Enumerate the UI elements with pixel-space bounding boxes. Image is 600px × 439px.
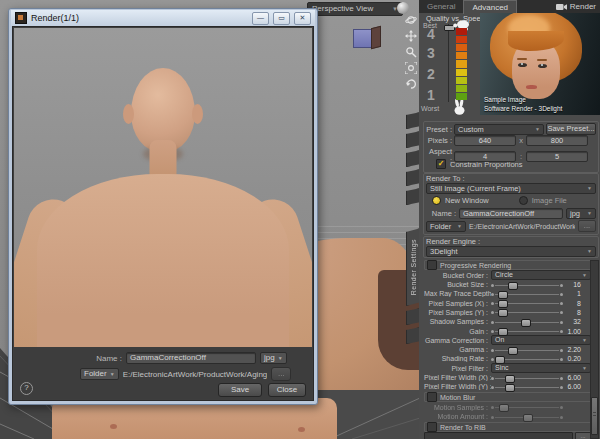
render-to-dropdown[interactable]: Still Image (Current Frame)▼	[426, 183, 596, 194]
sample-lips	[526, 85, 537, 89]
sample-caption-1: Sample Image	[484, 96, 526, 103]
close-button[interactable]: Close	[268, 383, 306, 397]
save-name-field[interactable]: GammaCorrectionOff	[126, 352, 256, 364]
pixel-samples-x-slider[interactable]	[491, 299, 563, 307]
folder-browse-button[interactable]: ...	[578, 220, 596, 232]
setting-row-shadow-samples: Shadow Samples :32	[424, 318, 591, 326]
quality-vs-speed-section: Quality vs. Speed Best 4 3 2 1 Worst	[419, 13, 600, 117]
save-folder-dropdown[interactable]: Folder▼	[80, 368, 119, 380]
quality-scale-segment	[456, 60, 467, 67]
pixels-label: Pixels :	[426, 136, 452, 145]
progressive-rendering-checkbox[interactable]	[427, 260, 437, 270]
render-to-group: Render To : Still Image (Current Frame)▼…	[423, 173, 599, 235]
setting-row-shading-rate: Shading Rate :0.20	[424, 355, 591, 363]
shadow-samples-slider[interactable]	[491, 318, 563, 326]
render-window-titlebar[interactable]: Render(1/1) — ▭ ✕	[11, 10, 315, 26]
sample-brow	[537, 59, 547, 61]
image-file-label: Image File	[532, 196, 567, 205]
new-window-radio[interactable]	[432, 196, 441, 205]
preset-dropdown[interactable]: Custom▼	[454, 124, 544, 135]
shading-rate-slider[interactable]	[491, 355, 563, 363]
quality-scale-segment	[456, 28, 467, 35]
setting-row-gain: Gain :1.00	[424, 327, 591, 335]
figure-torso	[37, 174, 289, 350]
setting-row-rib-path: ...	[424, 433, 591, 439]
folder-dropdown[interactable]: Folder▼	[426, 221, 466, 232]
render-window-icon	[15, 12, 27, 24]
output-name-field[interactable]: GammaCorrectionOff	[459, 208, 563, 219]
quality-slider-track[interactable]	[448, 24, 449, 102]
save-button[interactable]: Save	[218, 383, 262, 397]
preset-label: Preset :	[426, 125, 452, 134]
setting-row-max-ray-trace-depth: Max Ray Trace Depth :1	[424, 290, 591, 298]
save-preset-button[interactable]: Save Preset...	[546, 123, 596, 135]
render-engine-group: Render Engine : 3Delight▼	[423, 236, 599, 258]
setting-row-progressive-rendering: Progressive Rendering	[424, 260, 591, 270]
camera-selector-dropdown[interactable]: Perspective View▼	[307, 2, 403, 16]
bucket-order-dropdown[interactable]: Circle▼	[491, 270, 591, 280]
constrain-proportions-checkbox[interactable]	[436, 159, 446, 169]
quality-worst-label: Worst	[421, 105, 439, 112]
pixels-height-field[interactable]: 800	[526, 135, 588, 146]
orbit-camera-icon[interactable]	[405, 14, 417, 26]
pixels-width-field[interactable]: 640	[454, 135, 516, 146]
new-window-label: New Window	[445, 196, 489, 205]
setting-row-gamma-correction: Gamma Correction :On▼	[424, 336, 591, 344]
close-window-button[interactable]: ✕	[294, 12, 311, 25]
restore-button[interactable]: ▭	[273, 12, 290, 25]
render-button[interactable]: Render	[556, 2, 600, 11]
motion-samples-slider[interactable]	[491, 403, 563, 411]
quality-scale-segment	[456, 85, 467, 92]
tab-advanced[interactable]: Advanced	[463, 0, 517, 14]
save-folder-browse-button[interactable]: ...	[271, 367, 291, 381]
reset-camera-icon[interactable]	[405, 78, 417, 90]
panel-scrollbar[interactable]	[590, 260, 599, 439]
figure-detail	[298, 427, 305, 432]
tab-general[interactable]: General	[419, 0, 463, 13]
pixel-filter-width-y-slider[interactable]	[491, 383, 563, 391]
view-cube-front	[353, 29, 373, 48]
constrain-proportions-label: Constrain Proportions	[450, 160, 523, 169]
help-icon[interactable]: ?	[20, 382, 33, 395]
quality-scale-segment	[456, 77, 467, 84]
gamma-slider[interactable]	[491, 346, 563, 354]
zoom-camera-icon[interactable]	[405, 46, 417, 58]
camera-options-icon[interactable]	[397, 2, 409, 14]
max-ray-trace-depth-slider[interactable]	[491, 290, 563, 298]
engine-settings-rows: Progressive RenderingBucket Order :Circl…	[424, 260, 591, 439]
pixel-samples-y-slider[interactable]	[491, 308, 563, 316]
quality-level-2: 2	[423, 66, 439, 82]
rib-browse-button[interactable]: ...	[575, 432, 591, 439]
gamma-correction-dropdown[interactable]: On▼	[491, 335, 591, 345]
quality-color-scale	[456, 28, 467, 100]
folder-path: E:/ElectronicArtWork/ProductWork/Aging	[469, 223, 575, 230]
rendered-image	[14, 28, 312, 350]
scrollbar-thumb[interactable]	[591, 397, 598, 435]
sample-caption-2: Software Render - 3Delight	[484, 105, 562, 112]
motion-blur-checkbox[interactable]	[427, 392, 437, 402]
view-cube-gizmo[interactable]	[353, 27, 379, 48]
motion-amount-slider[interactable]	[491, 413, 563, 421]
setting-row-pixel-filter: Pixel Filter :Sinc▼	[424, 364, 591, 372]
setting-row-motion-amount: Motion Amount :	[424, 413, 591, 421]
rib-path-field[interactable]	[424, 432, 573, 439]
gain-slider[interactable]	[491, 327, 563, 335]
pixel-filter-dropdown[interactable]: Sinc▼	[491, 363, 591, 373]
image-file-radio[interactable]	[519, 196, 528, 205]
render-engine-dropdown[interactable]: 3Delight▼	[426, 246, 596, 257]
render-window-body: Name : GammaCorrectionOff jpg▼ Folder▼ E…	[12, 26, 314, 401]
render-to-rib-checkbox[interactable]	[427, 422, 437, 432]
pan-camera-icon[interactable]	[405, 30, 417, 42]
minimize-button[interactable]: —	[252, 12, 269, 25]
frame-camera-icon[interactable]	[405, 62, 417, 74]
sample-eye-glint	[521, 63, 523, 65]
rabbit-icon	[452, 99, 467, 115]
pixels-separator: x	[516, 136, 526, 145]
bucket-size-slider[interactable]	[491, 281, 563, 289]
save-format-dropdown[interactable]: jpg▼	[260, 352, 287, 364]
pixel-filter-width-x-slider[interactable]	[491, 374, 563, 382]
setting-row-pixel-filter-width-y: Pixel Filter Width (Y) :6.00	[424, 383, 591, 391]
setting-row-motion-samples: Motion Samples :	[424, 403, 591, 411]
format-dropdown[interactable]: jpg▼	[566, 208, 596, 219]
setting-row-render-to-rib: Render To RIB	[424, 422, 591, 432]
